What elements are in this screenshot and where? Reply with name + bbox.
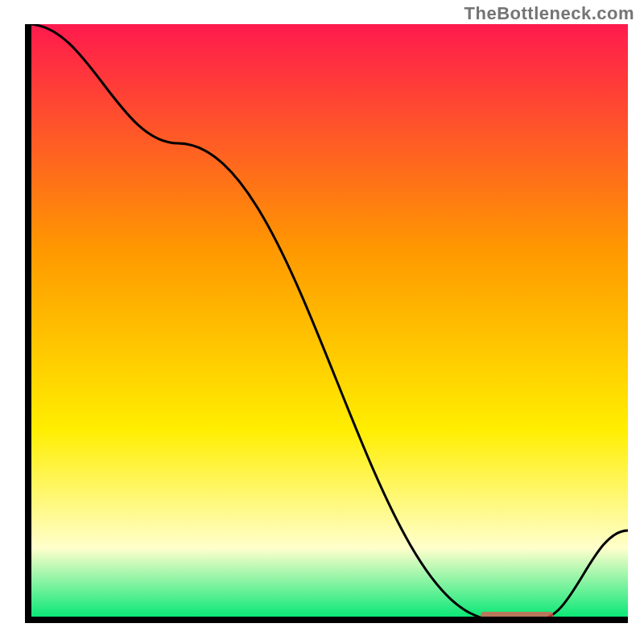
bottleneck-chart <box>0 0 644 644</box>
watermark-text: TheBottleneck.com <box>464 3 634 24</box>
plot-background <box>28 24 628 620</box>
chart-container: TheBottleneck.com <box>0 0 644 644</box>
